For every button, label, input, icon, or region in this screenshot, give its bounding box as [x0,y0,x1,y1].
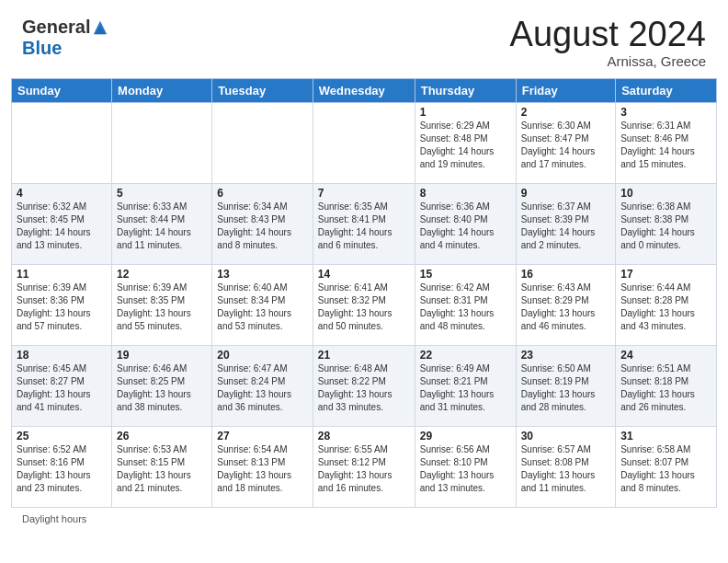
day-number: 30 [521,430,611,442]
day-number: 16 [521,268,611,281]
calendar-week-1: 1Sunrise: 6:29 AMSunset: 8:48 PMDaylight… [12,103,717,184]
day-number: 23 [521,349,611,362]
calendar-cell: 24Sunrise: 6:51 AMSunset: 8:18 PMDayligh… [616,346,717,427]
col-friday: Friday [516,79,616,103]
day-info: Sunrise: 6:53 AMSunset: 8:15 PMDaylight:… [117,443,207,495]
calendar-cell: 26Sunrise: 6:53 AMSunset: 8:15 PMDayligh… [112,427,212,508]
day-number: 17 [620,268,711,281]
calendar-cell: 20Sunrise: 6:47 AMSunset: 8:24 PMDayligh… [212,346,313,427]
calendar-cell: 11Sunrise: 6:39 AMSunset: 8:36 PMDayligh… [12,265,112,346]
calendar-cell: 1Sunrise: 6:29 AMSunset: 8:48 PMDaylight… [415,103,516,184]
calendar-cell: 31Sunrise: 6:58 AMSunset: 8:07 PMDayligh… [616,427,717,508]
day-info: Sunrise: 6:39 AMSunset: 8:36 PMDaylight:… [17,282,107,333]
day-info: Sunrise: 6:40 AMSunset: 8:34 PMDaylight:… [217,282,307,333]
location-subtitle: Arnissa, Greece [510,53,706,69]
day-number: 24 [620,349,711,362]
logo-blue-text: Blue [22,38,62,58]
calendar-cell: 4Sunrise: 6:32 AMSunset: 8:45 PMDaylight… [12,184,112,265]
calendar-header-row: Sunday Monday Tuesday Wednesday Thursday… [12,79,717,103]
logo-general-text: General [22,17,90,38]
col-thursday: Thursday [415,79,516,103]
day-number: 29 [420,430,511,442]
day-info: Sunrise: 6:58 AMSunset: 8:07 PMDaylight:… [620,443,711,495]
month-year-title: August 2024 [510,17,706,52]
day-number: 9 [521,187,611,200]
day-number: 19 [117,349,207,362]
day-info: Sunrise: 6:33 AMSunset: 8:44 PMDaylight:… [117,201,207,252]
calendar-cell: 23Sunrise: 6:50 AMSunset: 8:19 PMDayligh… [516,346,616,427]
day-number: 31 [620,430,711,442]
calendar-table: Sunday Monday Tuesday Wednesday Thursday… [11,78,717,508]
day-info: Sunrise: 6:44 AMSunset: 8:28 PMDaylight:… [620,282,711,333]
calendar-week-2: 4Sunrise: 6:32 AMSunset: 8:45 PMDaylight… [12,184,717,265]
calendar-cell: 6Sunrise: 6:34 AMSunset: 8:43 PMDaylight… [212,184,313,265]
day-number: 4 [17,187,107,200]
col-tuesday: Tuesday [212,79,313,103]
calendar-cell: 12Sunrise: 6:39 AMSunset: 8:35 PMDayligh… [112,265,212,346]
day-number: 6 [217,187,307,200]
day-info: Sunrise: 6:49 AMSunset: 8:21 PMDaylight:… [420,362,511,414]
day-info: Sunrise: 6:34 AMSunset: 8:43 PMDaylight:… [217,201,307,252]
calendar-cell: 19Sunrise: 6:46 AMSunset: 8:25 PMDayligh… [112,346,212,427]
day-number: 7 [318,187,410,200]
calendar-cell: 18Sunrise: 6:45 AMSunset: 8:27 PMDayligh… [12,346,112,427]
day-info: Sunrise: 6:41 AMSunset: 8:32 PMDaylight:… [318,282,410,333]
calendar-cell: 30Sunrise: 6:57 AMSunset: 8:08 PMDayligh… [516,427,616,508]
calendar-cell: 17Sunrise: 6:44 AMSunset: 8:28 PMDayligh… [616,265,717,346]
day-info: Sunrise: 6:54 AMSunset: 8:13 PMDaylight:… [217,443,307,495]
day-info: Sunrise: 6:51 AMSunset: 8:18 PMDaylight:… [620,362,711,414]
day-number: 25 [17,430,107,442]
calendar-cell [313,103,415,184]
calendar-cell: 22Sunrise: 6:49 AMSunset: 8:21 PMDayligh… [415,346,516,427]
calendar-cell: 27Sunrise: 6:54 AMSunset: 8:13 PMDayligh… [212,427,313,508]
footer: Daylight hours [0,508,728,530]
day-info: Sunrise: 6:38 AMSunset: 8:38 PMDaylight:… [620,201,711,252]
day-info: Sunrise: 6:42 AMSunset: 8:31 PMDaylight:… [420,282,511,333]
day-number: 2 [521,106,611,119]
calendar-cell: 25Sunrise: 6:52 AMSunset: 8:16 PMDayligh… [12,427,112,508]
day-info: Sunrise: 6:43 AMSunset: 8:29 PMDaylight:… [521,282,611,333]
day-number: 15 [420,268,511,281]
calendar-week-4: 18Sunrise: 6:45 AMSunset: 8:27 PMDayligh… [12,346,717,427]
calendar-cell: 7Sunrise: 6:35 AMSunset: 8:41 PMDaylight… [313,184,415,265]
day-info: Sunrise: 6:45 AMSunset: 8:27 PMDaylight:… [17,362,107,414]
day-number: 1 [420,106,511,119]
col-wednesday: Wednesday [313,79,415,103]
title-block: August 2024 Arnissa, Greece [510,17,706,69]
calendar-cell [212,103,313,184]
day-info: Sunrise: 6:48 AMSunset: 8:22 PMDaylight:… [318,362,410,414]
day-info: Sunrise: 6:46 AMSunset: 8:25 PMDaylight:… [117,362,207,414]
day-number: 13 [217,268,307,281]
calendar-cell [12,103,112,184]
day-number: 27 [217,430,307,442]
calendar-cell: 10Sunrise: 6:38 AMSunset: 8:38 PMDayligh… [616,184,717,265]
calendar-cell: 28Sunrise: 6:55 AMSunset: 8:12 PMDayligh… [313,427,415,508]
day-number: 5 [117,187,207,200]
col-monday: Monday [112,79,212,103]
day-info: Sunrise: 6:37 AMSunset: 8:39 PMDaylight:… [521,201,611,252]
calendar-cell [112,103,212,184]
calendar-cell: 8Sunrise: 6:36 AMSunset: 8:40 PMDaylight… [415,184,516,265]
calendar-cell: 29Sunrise: 6:56 AMSunset: 8:10 PMDayligh… [415,427,516,508]
calendar-cell: 13Sunrise: 6:40 AMSunset: 8:34 PMDayligh… [212,265,313,346]
daylight-hours-label: Daylight hours [22,513,86,524]
day-number: 11 [17,268,107,281]
day-number: 14 [318,268,410,281]
day-number: 20 [217,349,307,362]
calendar-cell: 3Sunrise: 6:31 AMSunset: 8:46 PMDaylight… [616,103,717,184]
day-number: 10 [620,187,711,200]
col-saturday: Saturday [616,79,717,103]
day-number: 8 [420,187,511,200]
day-info: Sunrise: 6:57 AMSunset: 8:08 PMDaylight:… [521,443,611,495]
day-info: Sunrise: 6:29 AMSunset: 8:48 PMDaylight:… [420,120,511,171]
day-info: Sunrise: 6:30 AMSunset: 8:47 PMDaylight:… [521,120,611,171]
day-info: Sunrise: 6:52 AMSunset: 8:16 PMDaylight:… [17,443,107,495]
day-info: Sunrise: 6:31 AMSunset: 8:46 PMDaylight:… [620,120,711,171]
calendar-cell: 16Sunrise: 6:43 AMSunset: 8:29 PMDayligh… [516,265,616,346]
day-info: Sunrise: 6:32 AMSunset: 8:45 PMDaylight:… [17,201,107,252]
day-number: 18 [17,349,107,362]
header: General Blue August 2024 Arnissa, Greece [0,0,728,78]
calendar-cell: 9Sunrise: 6:37 AMSunset: 8:39 PMDaylight… [516,184,616,265]
calendar-cell: 21Sunrise: 6:48 AMSunset: 8:22 PMDayligh… [313,346,415,427]
day-number: 3 [620,106,711,119]
